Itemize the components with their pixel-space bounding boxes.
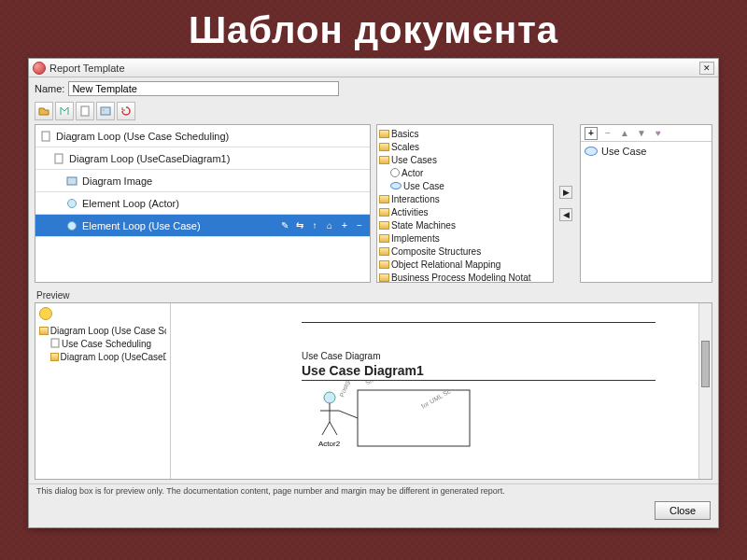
svg-rect-0 bbox=[81, 106, 89, 116]
svg-point-7 bbox=[324, 392, 335, 403]
preview-tree-item[interactable]: Diagram Loop (Use Case Sched bbox=[39, 324, 166, 337]
preview-label: Preview bbox=[29, 288, 718, 302]
move-left-button[interactable]: ◀ bbox=[559, 208, 572, 221]
folder-icon bbox=[39, 327, 49, 335]
tree-item-label: Implements bbox=[391, 233, 440, 244]
folder-icon bbox=[379, 247, 389, 256]
folder-icon bbox=[379, 130, 389, 138]
up-icon[interactable]: ↑ bbox=[308, 219, 321, 232]
name-input[interactable] bbox=[68, 81, 339, 96]
folder-icon bbox=[379, 156, 389, 164]
loop-row[interactable]: Diagram Image bbox=[35, 170, 370, 192]
down-icon[interactable]: ▼ bbox=[635, 127, 648, 140]
tree-item-label: Object Relational Mapping bbox=[391, 259, 500, 270]
row-label: Diagram Loop (Use Case Scheduling) bbox=[56, 131, 229, 142]
folder-icon bbox=[50, 353, 59, 361]
row-label: Element Loop (Use Case) bbox=[82, 220, 201, 231]
new-doc-icon[interactable] bbox=[76, 102, 94, 120]
selected-item-label: Use Case bbox=[601, 146, 646, 157]
tree-item[interactable]: Scales bbox=[379, 140, 551, 153]
actor-icon bbox=[390, 168, 400, 177]
folder-icon bbox=[379, 195, 389, 203]
selected-item[interactable]: Use Case bbox=[581, 142, 712, 161]
usecase-icon bbox=[585, 147, 598, 156]
selected-toolbar: + − ▲ ▼ ♥ bbox=[581, 125, 712, 142]
add-icon[interactable]: + bbox=[585, 127, 598, 140]
actor-label: Actor2 bbox=[318, 440, 341, 448]
tree-item[interactable]: Interactions bbox=[379, 192, 551, 205]
tree-item[interactable]: Composite Structures bbox=[379, 245, 551, 258]
minus-icon[interactable]: − bbox=[353, 219, 366, 232]
tree-item[interactable]: Use Case bbox=[379, 179, 551, 192]
export-icon[interactable] bbox=[55, 102, 74, 120]
tree-item[interactable]: Basics bbox=[379, 127, 551, 140]
selected-panel: + − ▲ ▼ ♥ Use Case bbox=[580, 124, 712, 283]
dialog-title: Report Template bbox=[49, 63, 696, 74]
loop-row[interactable]: Element Loop (Use Case)✎⇆↑⌂+− bbox=[35, 215, 370, 237]
status-text: This dialog box is for preview only. The… bbox=[29, 483, 718, 497]
titlebar: Report Template ✕ bbox=[29, 59, 718, 77]
svg-rect-1 bbox=[101, 107, 110, 115]
tree-item-label: Interactions bbox=[391, 194, 440, 204]
tree-item[interactable]: Actor bbox=[379, 166, 551, 179]
svg-text:PostgreSQL Pro: PostgreSQL Pro bbox=[338, 381, 361, 399]
svg-line-11 bbox=[330, 422, 337, 435]
tree-item[interactable]: Implements bbox=[379, 231, 551, 245]
preview-tree[interactable]: Diagram Loop (Use Case SchedUse Case Sch… bbox=[35, 303, 171, 479]
close-button[interactable]: Close bbox=[655, 501, 711, 520]
svg-rect-6 bbox=[51, 339, 59, 347]
tree-item-label: Use Case bbox=[403, 181, 444, 191]
loop-row[interactable]: Diagram Loop (Use Case Scheduling) bbox=[35, 125, 370, 147]
preview-canvas: Use Case Diagram Use Case Diagram1 Actor… bbox=[171, 303, 712, 479]
element-tree[interactable]: BasicsScalesUse CasesActorUse CaseIntera… bbox=[376, 124, 554, 283]
folder-icon bbox=[379, 234, 389, 243]
scrollbar-thumb[interactable] bbox=[701, 341, 710, 387]
preview-tree-label: Diagram Loop (Use Case Sched bbox=[50, 326, 166, 336]
link-icon[interactable]: ⇆ bbox=[293, 219, 306, 232]
loop-panel[interactable]: Diagram Loop (Use Case Scheduling)Diagra… bbox=[35, 124, 371, 283]
row-icon bbox=[65, 219, 78, 232]
preview-tree-label: Use Case Scheduling bbox=[62, 339, 151, 349]
tree-item-label: State Machines bbox=[391, 220, 456, 231]
preview-tree-label: Diagram Loop (UseCaseDiagram1) bbox=[61, 352, 166, 362]
svg-rect-12 bbox=[358, 390, 470, 446]
tree-item[interactable]: Object Relational Mapping bbox=[379, 258, 551, 271]
tree-item[interactable]: Activities bbox=[379, 205, 551, 218]
name-row: Name: bbox=[29, 77, 718, 100]
svg-rect-4 bbox=[55, 154, 63, 163]
svg-rect-3 bbox=[42, 132, 49, 141]
folder-icon bbox=[379, 260, 389, 269]
tree-item[interactable]: Business Process Modeling Notat bbox=[379, 271, 551, 283]
folder-icon bbox=[379, 143, 389, 151]
tree-item-label: Composite Structures bbox=[391, 246, 481, 257]
app-icon bbox=[33, 62, 46, 75]
move-right-button[interactable]: ▶ bbox=[559, 186, 572, 199]
loop-row[interactable]: Diagram Loop (UseCaseDiagram1) bbox=[35, 147, 370, 170]
preview-tree-item[interactable]: Diagram Loop (UseCaseDiagram1) bbox=[39, 350, 166, 363]
home-icon[interactable]: ⌂ bbox=[323, 219, 336, 232]
tree-item[interactable]: State Machines bbox=[379, 218, 551, 231]
svg-rect-5 bbox=[67, 177, 77, 185]
preview-panel: Diagram Loop (Use Case SchedUse Case Sch… bbox=[35, 302, 712, 480]
loop-row[interactable]: Element Loop (Actor) bbox=[35, 192, 370, 215]
doc-icon bbox=[50, 338, 60, 350]
heart-icon[interactable]: ♥ bbox=[652, 127, 665, 140]
window-close-button[interactable]: ✕ bbox=[699, 62, 714, 75]
svg-line-13 bbox=[339, 411, 358, 418]
diagram-title: Use Case Diagram1 bbox=[302, 363, 712, 378]
preview-tree-item[interactable]: Use Case Scheduling bbox=[39, 337, 166, 350]
edit-icon[interactable]: ✎ bbox=[278, 219, 291, 232]
refresh-icon[interactable] bbox=[117, 102, 135, 120]
tree-item[interactable]: Use Cases bbox=[379, 153, 551, 166]
preview-scrollbar[interactable] bbox=[698, 303, 712, 479]
plus-icon[interactable]: + bbox=[338, 219, 351, 232]
row-icon bbox=[65, 197, 78, 210]
open-icon[interactable] bbox=[35, 102, 53, 120]
tree-item-label: Business Process Modeling Notat bbox=[391, 273, 531, 283]
middle-section: Diagram Loop (Use Case Scheduling)Diagra… bbox=[29, 124, 718, 288]
row-label: Element Loop (Actor) bbox=[82, 198, 179, 209]
up-icon[interactable]: ▲ bbox=[618, 127, 631, 140]
image-icon[interactable] bbox=[96, 102, 115, 120]
transfer-arrows: ▶ ◀ bbox=[559, 124, 574, 283]
remove-icon[interactable]: − bbox=[601, 127, 614, 140]
